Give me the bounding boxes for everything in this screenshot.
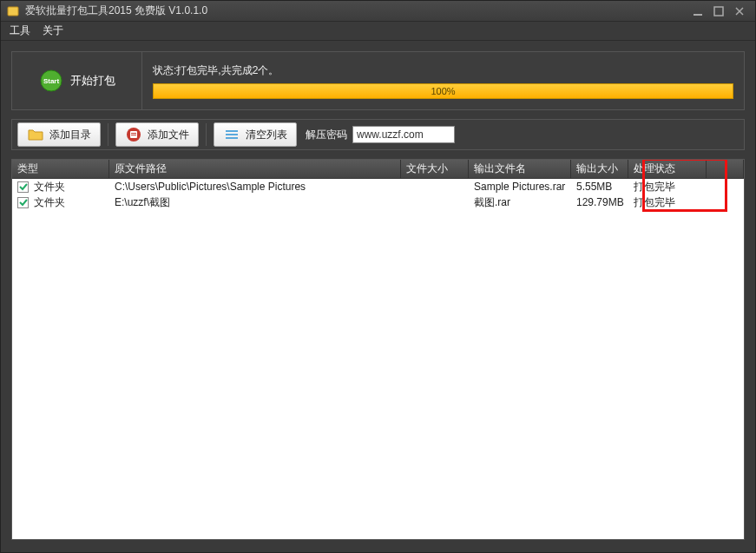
clear-icon	[223, 126, 240, 143]
row-checkbox[interactable]	[17, 197, 29, 208]
row-outsize: 5.55MB	[571, 181, 628, 193]
start-label: 开始打包	[70, 73, 115, 89]
table-body: 文件夹C:\Users\Public\Pictures\Sample Pictu…	[12, 179, 744, 539]
progress-bar: 100%	[153, 83, 733, 99]
row-status: 打包完毕	[628, 180, 707, 194]
toolbar: 添加目录 添加文件 清空列表 解压密码	[11, 119, 745, 150]
col-outsize[interactable]: 输出大小	[571, 160, 628, 178]
titlebar[interactable]: 爱软批量打包工具2015 免费版 V1.0.1.0	[1, 1, 755, 22]
start-icon: Start	[39, 69, 63, 93]
col-extra[interactable]	[707, 160, 744, 178]
row-status: 打包完毕	[628, 195, 707, 210]
table-row[interactable]: 文件夹E:\uzzf\截图截图.rar129.79MB打包完毕	[12, 194, 744, 210]
app-window: 爱软批量打包工具2015 免费版 V1.0.1.0 工具 关于 Start 开始…	[0, 0, 756, 553]
window-title: 爱软批量打包工具2015 免费版 V1.0.1.0	[25, 3, 687, 18]
password-input[interactable]	[352, 126, 455, 143]
status-text: 状态:打包完毕,共完成2个。	[153, 63, 733, 78]
svg-rect-11	[226, 137, 238, 139]
separator	[108, 123, 108, 146]
col-path[interactable]: 原文件路径	[109, 160, 401, 178]
svg-text:Start: Start	[43, 77, 59, 85]
password-label: 解压密码	[306, 128, 347, 142]
separator	[206, 123, 207, 146]
add-dir-label: 添加目录	[49, 128, 91, 142]
svg-rect-0	[8, 7, 18, 16]
content-area: Start 开始打包 状态:打包完毕,共完成2个。 100% 添加目录	[1, 41, 755, 552]
row-out: 截图.rar	[469, 195, 571, 210]
clear-list-button[interactable]: 清空列表	[214, 122, 297, 147]
col-out[interactable]: 输出文件名	[469, 160, 571, 178]
svg-rect-8	[131, 135, 136, 135]
file-table: 类型 原文件路径 文件大小 输出文件名 输出大小 处理状态 文件夹C:\User…	[11, 159, 745, 540]
progress-area: 状态:打包完毕,共完成2个。 100%	[142, 52, 744, 109]
menu-tools[interactable]: 工具	[10, 23, 30, 38]
add-directory-button[interactable]: 添加目录	[17, 122, 101, 147]
status-panel: Start 开始打包 状态:打包完毕,共完成2个。 100%	[11, 51, 745, 110]
menu-about[interactable]: 关于	[43, 23, 63, 38]
row-out: Sample Pictures.rar	[469, 181, 571, 193]
svg-rect-2	[714, 7, 723, 16]
maximize-button[interactable]	[708, 4, 729, 18]
close-button[interactable]	[729, 4, 750, 18]
app-icon	[6, 4, 20, 18]
row-outsize: 129.79MB	[571, 196, 628, 208]
svg-rect-10	[226, 134, 238, 135]
row-type: 文件夹	[34, 180, 65, 194]
minimize-button[interactable]	[687, 4, 708, 18]
row-path: C:\Users\Public\Pictures\Sample Pictures	[109, 181, 401, 193]
row-path: E:\uzzf\截图	[109, 195, 401, 210]
progress-value: 100%	[431, 86, 455, 96]
svg-rect-7	[131, 133, 136, 134]
row-checkbox[interactable]	[17, 181, 29, 193]
table-row[interactable]: 文件夹C:\Users\Public\Pictures\Sample Pictu…	[12, 179, 744, 194]
add-file-button[interactable]: 添加文件	[115, 122, 199, 147]
col-type[interactable]: 类型	[12, 160, 109, 178]
svg-rect-1	[694, 14, 702, 16]
table-header: 类型 原文件路径 文件大小 输出文件名 输出大小 处理状态	[12, 160, 744, 179]
col-size[interactable]: 文件大小	[401, 160, 469, 178]
svg-rect-9	[226, 130, 238, 132]
start-button[interactable]: Start 开始打包	[12, 52, 142, 109]
clear-label: 清空列表	[246, 128, 287, 142]
row-type: 文件夹	[34, 195, 65, 210]
add-file-label: 添加文件	[148, 128, 189, 142]
file-icon	[125, 126, 142, 143]
col-status[interactable]: 处理状态	[628, 160, 707, 178]
menubar: 工具 关于	[1, 22, 755, 41]
folder-icon	[27, 126, 44, 143]
